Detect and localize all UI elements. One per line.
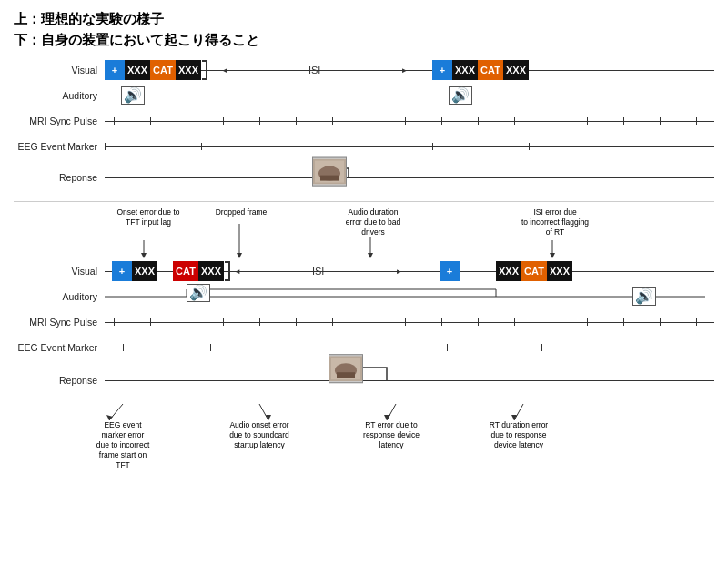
top-mri-row: MRI Sync Pulse — [14, 108, 714, 134]
response-step-svg — [105, 159, 714, 196]
bottom-visual-content: + XXX CAT XXX ◄ ISI ► — [105, 258, 714, 284]
title-line1: 上：理想的な実験の様子 — [14, 9, 714, 30]
bottom-annotations-footer: EEG eventmarker errordue to incorrectfra… — [0, 404, 728, 468]
title-section: 上：理想的な実験の様子 下：自身の装置において起こり得ること — [0, 0, 728, 55]
bottom-diagram: Visual + XXX CAT XXX ◄ ISI — [0, 258, 728, 400]
bottom-visual-row: Visual + XXX CAT XXX ◄ ISI — [14, 258, 714, 284]
page-container: 上：理想的な実験の様子 下：自身の装置において起こり得ること Visual + … — [0, 0, 728, 575]
bottom-annotations-top: Onset error due to TFT input lag Dropped… — [0, 206, 728, 258]
top-response-label: Reponse — [14, 172, 105, 183]
bottom-ann-rt-duration: RT duration errordue to responsedevice l… — [473, 420, 564, 450]
bottom-ann-eeg: EEG eventmarker errordue to incorrectfra… — [77, 420, 168, 470]
top-auditory-content: 🔊 🔊 — [105, 83, 714, 108]
bottom-response-content — [105, 360, 714, 400]
top-visual-row: Visual + XXX CAT XXX ◄ ISI ► — [14, 57, 714, 83]
annotation-onset-error: Onset error due to TFT input lag — [116, 207, 180, 227]
bottom-eeg-label: EEG Event Marker — [14, 342, 105, 353]
svg-line-20 — [109, 404, 123, 420]
bottom-response-step-svg — [105, 360, 714, 400]
bottom-mri-label: MRI Sync Pulse — [14, 317, 105, 328]
top-visual-label: Visual — [14, 65, 105, 76]
top-eeg-content — [105, 134, 714, 159]
top-auditory-row: Auditory 🔊 🔊 — [14, 83, 714, 108]
bottom-eeg-row: EEG Event Marker — [14, 335, 714, 360]
top-eeg-row: EEG Event Marker — [14, 134, 714, 159]
bottom-auditory-row: Auditory 🔊 🔊 — [14, 284, 714, 309]
response-image — [313, 159, 346, 185]
svg-rect-19 — [337, 372, 355, 378]
annotation-audio-duration: Audio durationerror due to baddrivers — [337, 207, 410, 237]
bottom-response-image — [329, 356, 362, 381]
svg-line-24 — [387, 404, 396, 420]
top-auditory-label: Auditory — [14, 90, 105, 101]
top-response-row: Reponse — [14, 159, 714, 196]
top-diagram: Visual + XXX CAT XXX ◄ ISI ► — [0, 55, 728, 196]
bottom-response-row: Reponse — [14, 360, 714, 400]
svg-line-26 — [514, 404, 523, 420]
annotation-dropped-frame: Dropped frame — [209, 207, 273, 217]
bottom-response-label: Reponse — [14, 375, 105, 386]
top-response-content — [105, 159, 714, 196]
top-mri-label: MRI Sync Pulse — [14, 116, 105, 126]
bottom-ann-rt-error: RT error due toresponse devicelatency — [350, 420, 432, 450]
top-eeg-label: EEG Event Marker — [14, 141, 105, 152]
annotation-isi-error: ISI error dueto incorrect flaggingof RT — [514, 207, 596, 237]
title-line2: 下：自身の装置において起こり得ること — [14, 30, 714, 51]
section-divider — [14, 201, 714, 202]
bottom-mri-row: MRI Sync Pulse — [14, 309, 714, 335]
svg-rect-3 — [320, 176, 339, 181]
svg-line-22 — [259, 404, 268, 420]
top-mri-content — [105, 108, 714, 134]
bottom-visual-label: Visual — [14, 266, 105, 277]
bottom-auditory-label: Auditory — [14, 291, 105, 302]
top-visual-content: + XXX CAT XXX ◄ ISI ► + XXX — [105, 57, 714, 83]
bottom-auditory-content: 🔊 🔊 — [105, 284, 714, 309]
bottom-mri-content — [105, 309, 714, 335]
bottom-eeg-content — [105, 335, 714, 360]
bottom-ann-audio-onset: Audio onset errordue to soundcardstartup… — [214, 420, 305, 450]
